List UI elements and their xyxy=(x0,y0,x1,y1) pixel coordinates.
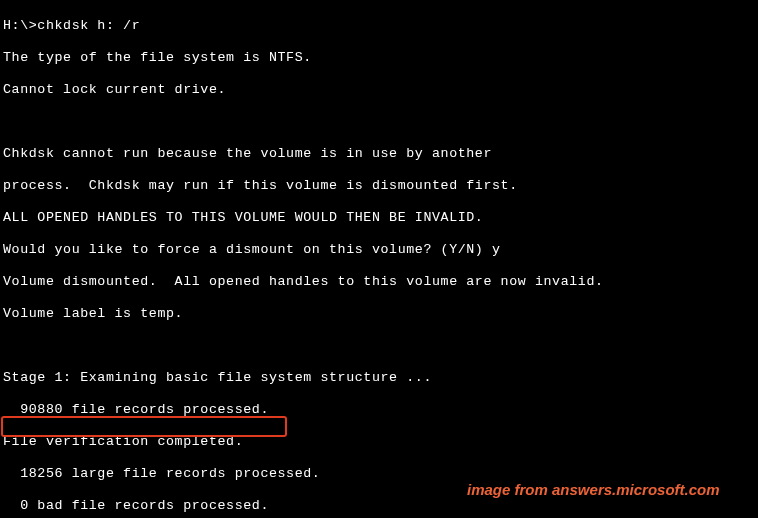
terminal-line: 90880 file records processed. xyxy=(3,402,755,418)
terminal-output: H:\>chkdsk h: /r The type of the file sy… xyxy=(0,0,758,518)
terminal-line: File verification completed. xyxy=(3,434,755,450)
terminal-line: Cannot lock current drive. xyxy=(3,82,755,98)
terminal-line xyxy=(3,338,755,354)
terminal-line xyxy=(3,114,755,130)
attribution-text: image from answers.microsoft.com xyxy=(467,482,720,498)
terminal-line: ALL OPENED HANDLES TO THIS VOLUME WOULD … xyxy=(3,210,755,226)
terminal-line: H:\>chkdsk h: /r xyxy=(3,18,755,34)
terminal-line: 18256 large file records processed. xyxy=(3,466,755,482)
terminal-line: process. Chkdsk may run if this volume i… xyxy=(3,178,755,194)
terminal-line: Chkdsk cannot run because the volume is … xyxy=(3,146,755,162)
terminal-line: 0 bad file records processed. xyxy=(3,498,755,514)
terminal-line: Volume label is temp. xyxy=(3,306,755,322)
terminal-line: Stage 1: Examining basic file system str… xyxy=(3,370,755,386)
terminal-line: The type of the file system is NTFS. xyxy=(3,50,755,66)
terminal-line: Volume dismounted. All opened handles to… xyxy=(3,274,755,290)
terminal-line: Would you like to force a dismount on th… xyxy=(3,242,755,258)
